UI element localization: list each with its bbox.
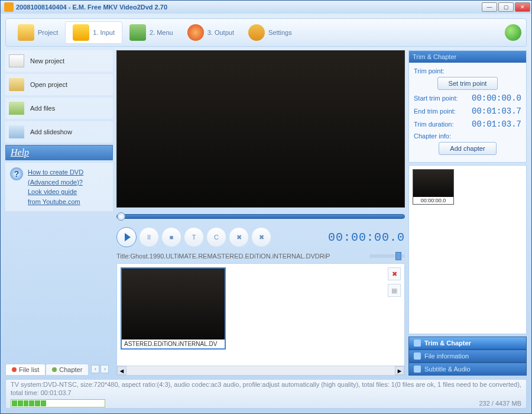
step-navbar: Project 1. Input 2. Menu 3. Output Setti…: [5, 18, 527, 47]
add-chapter-button[interactable]: Add chapter: [439, 142, 496, 155]
settings-icon: [248, 24, 265, 41]
tab-scroll-left[interactable]: ‹: [91, 365, 99, 373]
scissors-icon: [414, 339, 421, 347]
open-project-button[interactable]: Open project: [5, 74, 113, 95]
remove-file-button[interactable]: ✖: [388, 267, 401, 280]
trim-out-button[interactable]: ✖: [251, 227, 271, 247]
play-icon: [125, 233, 131, 241]
audio-icon: [414, 366, 421, 373]
trim-chapter-panel: Trim & Chapter Trim point: Set trim poin…: [408, 50, 527, 163]
nav-output[interactable]: 3. Output: [180, 22, 241, 43]
video-preview: [116, 50, 405, 208]
slideshow-icon: [9, 125, 24, 138]
project-icon: [18, 24, 34, 41]
add-files-button[interactable]: Add files: [5, 98, 113, 119]
question-icon: ?: [10, 167, 23, 180]
delete-icon: ✖: [392, 270, 397, 278]
trim-duration-value: 00:01:03.7: [472, 119, 521, 129]
seek-thumb[interactable]: [117, 212, 125, 221]
help-link-youtube[interactable]: Look video guide from Youtube.com: [28, 187, 83, 206]
thumbnail-image: [122, 269, 225, 339]
app-window: 20081008140404 - E.M. Free MKV Video2Dvd…: [0, 0, 532, 414]
tab-scroll-right[interactable]: ›: [100, 365, 109, 373]
stack-tab-subaudio[interactable]: Subtitle & Audio: [408, 363, 527, 376]
chapter-thumb-time: 00:00:00.0: [413, 197, 453, 204]
scroll-right-button[interactable]: ►: [395, 366, 404, 375]
trim-duration-label: Trim duration:: [414, 121, 453, 128]
volume-thumb[interactable]: [395, 252, 401, 260]
help-header: Help: [5, 145, 113, 160]
app-icon: [4, 2, 14, 12]
status-bar: TV system:DVD-NTSC, size:720*480, aspect…: [5, 379, 527, 409]
nav-project[interactable]: Project: [11, 22, 65, 43]
status-text: TV system:DVD-NTSC, size:720*480, aspect…: [11, 380, 521, 397]
mark-end-button[interactable]: C: [206, 227, 226, 247]
playback-timecode: 00:00:00.0: [328, 231, 405, 244]
tab-file-list[interactable]: File list: [5, 364, 46, 375]
start-trim-value: 00:00:00.0: [472, 93, 521, 103]
set-trim-point-button[interactable]: Set trim point: [437, 77, 498, 90]
play-button[interactable]: [116, 227, 137, 247]
horizontal-scrollbar[interactable]: ◄ ►: [117, 366, 404, 375]
chapter-thumbnails: 00:00:00.0: [408, 165, 527, 334]
new-project-button[interactable]: New project: [5, 50, 113, 72]
end-trim-label: End trim point:: [414, 108, 456, 115]
nav-input[interactable]: 1. Input: [65, 21, 122, 44]
end-trim-value: 00:01:03.7: [472, 106, 521, 116]
disk-usage-text: 232 / 4437 MB: [479, 400, 521, 407]
download-arrow-icon: [73, 24, 89, 41]
tab-chapter[interactable]: Chapter: [46, 364, 89, 375]
chapter-thumb[interactable]: 00:00:00.0: [413, 169, 454, 205]
move-file-button[interactable]: ▦: [388, 284, 401, 297]
trim-panel-header: Trim & Chapter: [409, 51, 526, 63]
start-trim-label: Start trim point:: [414, 95, 458, 102]
mark-start-button[interactable]: T: [184, 227, 204, 247]
stack-tab-fileinfo[interactable]: File information: [408, 350, 527, 363]
nav-menu[interactable]: 2. Menu: [122, 22, 180, 43]
red-dot-icon: [12, 367, 17, 372]
burn-disc-icon: [187, 24, 204, 41]
chapter-info-label: Chapter info:: [414, 132, 521, 140]
trim-point-label: Trim point:: [414, 67, 521, 75]
file-list-panel: ASTERED.EDiTiON.iNTERNAL.DV ✖ ▦ ◄ ►: [116, 263, 405, 376]
help-box: ? How to create DVD (Advanced mode)? Loo…: [5, 163, 113, 211]
disk-usage-bar: [11, 399, 105, 407]
seek-slider[interactable]: [116, 212, 405, 221]
arrange-icon: ▦: [391, 287, 397, 295]
video-title-label: Title:Ghost.1990.ULTiMATE.REMASTERED.EDi…: [116, 251, 330, 261]
open-folder-icon: [9, 78, 24, 91]
add-slideshow-button[interactable]: Add slideshow: [5, 121, 113, 143]
trim-in-button[interactable]: ✖: [229, 227, 249, 247]
add-files-icon: [9, 102, 24, 115]
nav-settings[interactable]: Settings: [241, 22, 299, 43]
minimize-button[interactable]: —: [482, 2, 497, 12]
file-thumbnail[interactable]: ASTERED.EDiTiON.iNTERNAL.DV: [121, 267, 226, 350]
new-file-icon: [9, 54, 24, 67]
stack-tab-trim[interactable]: Trim & Chapter: [408, 337, 527, 350]
pause-button[interactable]: II: [139, 227, 159, 247]
window-title: 20081008140404 - E.M. Free MKV Video2Dvd…: [16, 4, 167, 11]
filmstrip-icon: [129, 24, 146, 41]
thumbnail-caption: ASTERED.EDiTiON.iNTERNAL.DV: [122, 339, 225, 348]
help-link-create-dvd[interactable]: How to create DVD (Advanced mode)?: [28, 167, 83, 187]
green-dot-icon: [52, 367, 57, 372]
stop-button[interactable]: ■: [161, 227, 181, 247]
titlebar: 20081008140404 - E.M. Free MKV Video2Dvd…: [1, 1, 531, 14]
maximize-button[interactable]: ▢: [498, 2, 514, 12]
chapter-thumb-image: [413, 170, 453, 197]
volume-slider[interactable]: [369, 254, 405, 258]
info-icon: [414, 352, 421, 360]
scroll-left-button[interactable]: ◄: [117, 366, 126, 375]
close-button[interactable]: ✕: [515, 2, 530, 12]
globe-icon[interactable]: [505, 24, 521, 41]
